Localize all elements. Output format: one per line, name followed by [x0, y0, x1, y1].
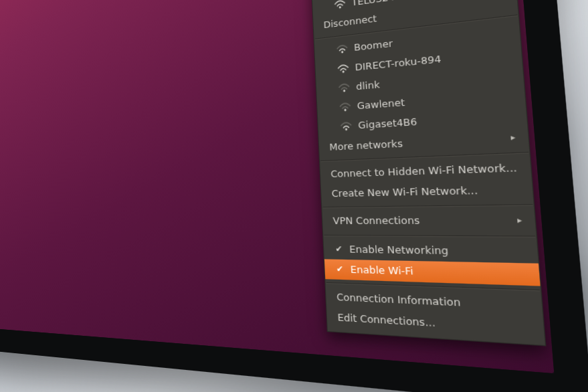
connect-hidden-wifi-item[interactable]: Connect to Hidden Wi-Fi Network... — [320, 157, 531, 184]
wifi-ssid-label: Boomer — [354, 38, 393, 54]
wifi-ssid-label: Gawlenet — [357, 96, 405, 112]
checkmark-icon: ✔ — [335, 264, 345, 275]
wifi-disconnect-item[interactable]: Disconnect — [313, 0, 518, 36]
wifi-signal-icon — [340, 122, 352, 131]
menu-separator — [315, 15, 518, 40]
network-menu-dropdown: Ethernet Network disconnected Wi-Fi Netw… — [309, 0, 547, 346]
svg-point-14 — [341, 52, 343, 54]
more-networks-item[interactable]: More networks ▸ — [319, 126, 529, 157]
submenu-arrow-icon: ▸ — [510, 132, 516, 143]
wifi-signal-icon — [337, 64, 349, 74]
enable-networking-item[interactable]: ✔ Enable Networking — [324, 239, 538, 263]
wifi-ssid-label: dlink — [356, 79, 381, 93]
menu-separator — [324, 234, 535, 237]
wifi-network-item[interactable]: Gigaset4B6 — [318, 104, 527, 138]
wifi-network-item[interactable]: dlink — [316, 62, 524, 100]
laptop: En 1:38 PM — [0, 0, 588, 392]
wifi-signal-icon — [336, 44, 348, 54]
wifi-connected-item[interactable]: TELUS2410 — [312, 0, 516, 17]
wifi-ssid-label: Gigaset4B6 — [358, 116, 417, 132]
menu-separator — [320, 152, 528, 162]
submenu-arrow-icon: ▸ — [517, 215, 522, 226]
wifi-signal-icon — [338, 83, 350, 93]
wifi-network-item[interactable]: Gawlenet — [317, 83, 526, 118]
wifi-ssid-label: DIRECT-roku-894 — [355, 53, 442, 74]
enable-wifi-item[interactable]: ✔ Enable Wi-Fi — [324, 259, 541, 286]
wifi-signal-icon — [334, 0, 346, 9]
wifi-ssid-label: TELUS2410 — [351, 0, 408, 9]
create-wifi-network-item[interactable]: Create New Wi-Fi Network... — [321, 179, 534, 204]
menu-separator — [326, 282, 540, 292]
enable-networking-label: Enable Networking — [349, 243, 449, 257]
vpn-label: VPN Connections — [332, 215, 420, 227]
checkmark-icon: ✔ — [334, 243, 343, 254]
svg-point-15 — [342, 70, 345, 72]
svg-point-17 — [345, 109, 347, 111]
connection-information-item[interactable]: Connection Information — [326, 287, 543, 318]
svg-point-18 — [345, 128, 347, 130]
wifi-signal-icon — [339, 102, 351, 112]
more-networks-label: More networks — [329, 137, 403, 153]
vpn-connections-item[interactable]: VPN Connections ▸ — [322, 209, 536, 232]
edit-connections-item[interactable]: Edit Connections... — [326, 307, 545, 341]
desktop-screen: En 1:38 PM — [0, 0, 554, 373]
wifi-network-item[interactable]: Boomer — [314, 19, 520, 62]
enable-wifi-label: Enable Wi-Fi — [350, 264, 413, 278]
svg-point-13 — [339, 6, 341, 8]
menu-separator — [322, 204, 532, 208]
